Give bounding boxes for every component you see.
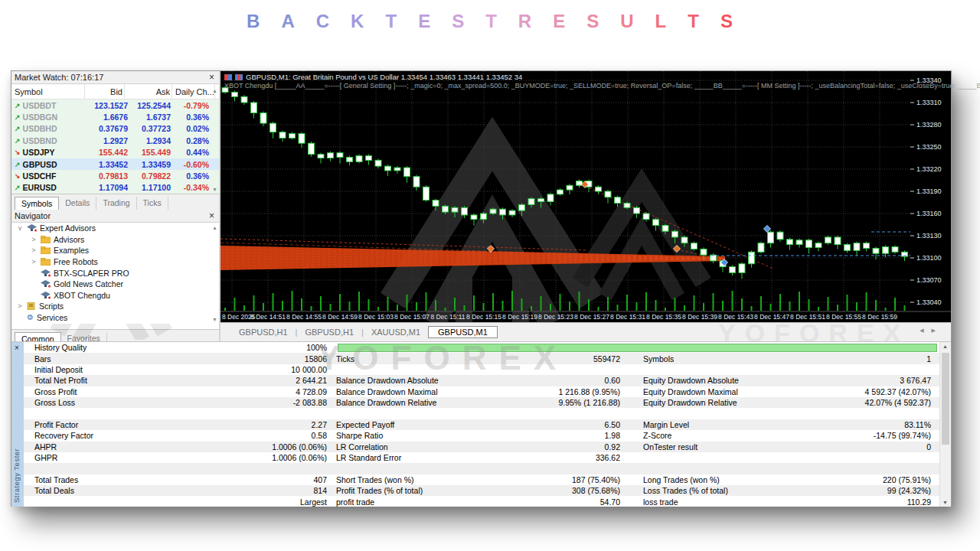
tab-trading[interactable]: Trading (96, 197, 136, 210)
navigator-item[interactable]: > Free Robots (11, 256, 219, 268)
candle-body (835, 237, 841, 245)
volume-bar (368, 299, 370, 311)
scroll-up-icon[interactable]: ▲ (942, 344, 948, 349)
volume-bar (511, 291, 513, 311)
chart-tab-gbpusdm1[interactable]: GBPUSD,M1 (428, 326, 498, 338)
chart-tab-gbpusdh1[interactable]: GBPUSD,H1 (231, 327, 296, 337)
title-letter: A (281, 11, 295, 32)
stats-row[interactable]: GHPR1.0006 (0.06%)LR Standard Error336.6… (24, 452, 940, 463)
symbol-name: USDBDT (23, 101, 57, 110)
stats-row[interactable]: Total Trades407Short Trades (won %)187 (… (24, 474, 940, 485)
candle-body (873, 248, 879, 253)
market-watch-row[interactable]: ↗USDBGN 1.6676 1.6737 0.36% (11, 111, 219, 122)
candle-body (672, 231, 678, 237)
volume-bar (473, 295, 475, 311)
chart-area[interactable]: 1.333401.333101.332801.332501.332201.331… (220, 71, 951, 322)
mw-column-header[interactable]: Bid (85, 84, 125, 99)
expand-icon[interactable]: > (16, 302, 24, 310)
mw-column-header[interactable]: Ask (125, 84, 172, 99)
history-quality-bar (338, 344, 937, 352)
stats-row[interactable]: Total Deals814Profit Trades (% of total)… (24, 485, 940, 496)
daily-change-value: 0.02% (171, 124, 215, 133)
tab-details[interactable]: Details (59, 197, 96, 210)
navigator-item[interactable]: v Expert Advisors (11, 223, 219, 234)
market-watch-row[interactable]: ↗EURUSD 1.17094 1.17100 -0.34% (11, 182, 219, 194)
title-letter: T (688, 11, 700, 32)
stats-row[interactable]: Gross Profit4 728.09Balance Drawdown Max… (24, 386, 940, 397)
scrollbar-thumb[interactable] (942, 353, 949, 445)
stats-row[interactable]: AHPR1.0006 (0.06%)LR Correlation0.92OnTe… (24, 442, 940, 452)
candle-body (596, 187, 602, 191)
navigator-item[interactable]: > Scripts (11, 301, 219, 312)
price-axis-label: 1.33070 (916, 276, 942, 284)
stats-row[interactable]: Bars15806Ticks559472Symbols1 (24, 353, 940, 364)
title-letter: R (518, 11, 532, 32)
candle-body (662, 225, 668, 231)
scroll-up-icon[interactable]: ▲ (212, 88, 217, 93)
candle-body (730, 267, 736, 273)
collapse-icon[interactable]: v (16, 224, 24, 232)
candle-body (528, 199, 534, 205)
navigator-item-label: Gold News Catcher (54, 279, 123, 289)
volume-bar (492, 293, 494, 311)
chart-svg[interactable]: 1.333401.333101.332801.332501.332201.331… (220, 71, 951, 322)
market-watch-row[interactable]: ↗USDBHD 0.37679 0.37723 0.02% (11, 123, 219, 135)
stats-row[interactable]: Profit Factor2.27Expected Payoff6.50Marg… (24, 419, 940, 430)
stat-value: -14.75 (99.74%) (874, 431, 931, 440)
volume-bar (741, 298, 743, 311)
stats-row[interactable] (24, 408, 940, 419)
candle-body (375, 160, 381, 166)
chart-tab-gbpusdh1[interactable]: GBPUSD,H1 (297, 327, 361, 337)
market-watch-row[interactable]: ↗USDBDT 123.1527 125.2544 -0.79% (11, 99, 219, 111)
market-watch-row[interactable]: ↗USDBND 1.2927 1.2934 0.28% (11, 135, 219, 146)
stat-value: 2 644.21 (296, 376, 327, 385)
close-icon[interactable]: × (207, 73, 216, 81)
tab-ticks[interactable]: Ticks (137, 197, 168, 210)
navigator-item[interactable]: > Examples (11, 245, 219, 256)
stats-row[interactable]: Total Net Profit2 644.21Balance Drawdown… (24, 375, 940, 386)
close-icon[interactable]: × (15, 344, 19, 352)
stat-value: 0.92 (605, 442, 620, 452)
close-icon[interactable]: × (207, 212, 216, 220)
market-watch-row[interactable]: ↗GBPUSD 1.33452 1.33459 -0.60% (11, 158, 219, 170)
stat-label: Margin Level (643, 420, 689, 429)
navigator-item[interactable]: > Advisors (11, 234, 219, 246)
scroll-down-icon[interactable]: ▼ (942, 500, 948, 505)
mw-column-header[interactable]: Symbol (11, 84, 85, 99)
stat-value: 100% (306, 343, 327, 352)
navigator-item[interactable]: BTX-SCLAPER PRO (11, 267, 219, 279)
price-axis-label: 1.33310 (916, 99, 942, 106)
scroll-down-icon[interactable]: ▼ (212, 187, 217, 192)
candle-body (844, 245, 851, 251)
scroll-down-icon[interactable]: ▼ (212, 317, 217, 322)
tab-symbols[interactable]: Symbols (15, 197, 59, 210)
market-watch-title: Market Watch: 07:16:17 (15, 73, 103, 82)
navigator-item[interactable]: ⚙ Services (11, 312, 219, 324)
stat-label: Gross Loss (34, 398, 75, 407)
stats-row[interactable]: Gross Loss-2 083.88Balance Drawdown Rela… (24, 397, 940, 408)
volume-bar (722, 301, 724, 311)
stats-scrollbar[interactable]: ▲ ▼ (939, 342, 951, 507)
navigator-item[interactable]: XBOT Chengdu (11, 290, 219, 302)
candle-body (739, 264, 745, 273)
price-axis-label: 1.33160 (916, 210, 942, 217)
stats-row[interactable]: History Quality100% (24, 342, 940, 353)
tab-scroll-arrows[interactable]: ◀▶ (920, 328, 943, 334)
market-watch-row[interactable]: ↘USDCHF 0.79813 0.79822 0.36% (11, 170, 219, 181)
volume-bar (703, 303, 704, 311)
expand-icon[interactable]: > (30, 236, 38, 243)
gear-icon: ⚙ (27, 314, 34, 321)
candle-body (318, 155, 324, 158)
expand-icon[interactable]: > (30, 246, 38, 254)
stats-row[interactable]: Largestprofit trade54.70loss trade110.29 (24, 496, 940, 507)
stats-row[interactable]: Recovery Factor0.58Sharpe Ratio1.98Z-Sco… (24, 430, 940, 441)
expand-icon[interactable]: > (30, 258, 38, 266)
mw-column-header[interactable]: Daily Ch... (172, 84, 215, 99)
navigator-item[interactable]: Gold News Catcher (11, 279, 219, 290)
stats-row[interactable]: Initial Deposit10 000.00 (24, 364, 940, 375)
stats-row[interactable] (24, 463, 940, 474)
scroll-up-icon[interactable]: ▲ (212, 225, 217, 230)
stat-value: 15806 (305, 354, 327, 364)
chart-tab-xauusdm1[interactable]: XAUUSD,M1 (364, 327, 428, 337)
market-watch-row[interactable]: ↘USDJPY 155.442 155.449 0.44% (11, 147, 219, 158)
